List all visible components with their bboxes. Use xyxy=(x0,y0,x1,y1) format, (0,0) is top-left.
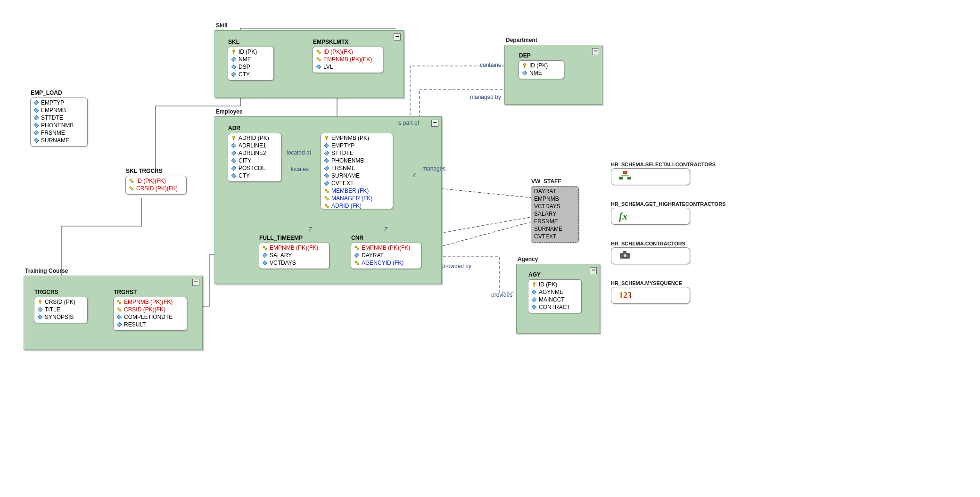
column-label: ID (PK) xyxy=(539,281,557,288)
schema-object-title: HR_SCHEMA.MYSEQUENCE xyxy=(611,280,690,286)
column-label: FRSNME xyxy=(41,130,65,136)
column-label: RESULT xyxy=(124,321,146,328)
schema-object-sequence[interactable]: HR_SCHEMA.MYSEQUENCE 123 xyxy=(611,280,690,304)
collapse-icon[interactable]: − xyxy=(592,48,599,55)
column-label: SURNAME xyxy=(41,137,69,144)
column: EMPNMB (PK)(FK) xyxy=(262,244,326,252)
column-label: EMPNMB xyxy=(534,196,559,202)
entity-trghst[interactable]: TRGHST EMPNMB (PK)(FK)CRSID (PK)(FK)COMP… xyxy=(113,297,187,331)
column-icon xyxy=(37,314,43,320)
entity-columns: DAYRATEMPNMBVCTDAYSSALARYFRSNMESURNAMECV… xyxy=(531,187,578,242)
fk-icon xyxy=(116,299,122,305)
svg-point-39 xyxy=(325,204,327,206)
collapse-icon[interactable]: − xyxy=(431,120,438,127)
schema-object-title: HR_SCHEMA.CONTRACTORS xyxy=(611,241,690,246)
column-icon xyxy=(531,297,537,302)
column-icon xyxy=(116,314,122,320)
column-label: CRSID (PK)(FK) xyxy=(124,306,165,313)
column-label: EMPNMB (PK)(FK) xyxy=(323,56,372,63)
column-label: AGENCYID (FK) xyxy=(362,260,404,266)
svg-point-54 xyxy=(117,300,119,302)
column-label: ADRID (FK) xyxy=(331,203,362,209)
fk-icon xyxy=(324,203,329,209)
entity-dep[interactable]: DEP ID (PK)NME xyxy=(519,60,564,79)
column-label: MEMBER (FK) xyxy=(331,187,369,194)
column-icon xyxy=(324,173,329,179)
column-icon xyxy=(231,173,237,179)
column: SURNAME xyxy=(33,137,84,144)
entity-title: EMPSKLMTX xyxy=(313,39,348,45)
column-label: SURNAME xyxy=(331,172,360,179)
svg-point-45 xyxy=(355,246,357,248)
collapse-icon[interactable]: − xyxy=(590,267,597,274)
column-label: ID (PK) xyxy=(529,62,548,69)
column-label: ADRID (PK) xyxy=(239,135,269,141)
entity-trgcrs[interactable]: TRGCRS CRSID (PK)TITLESYNOPSIS xyxy=(34,297,88,323)
schema-object-function[interactable]: HR_SCHEMA.GET_HIGHRATECONTRACTORS fx xyxy=(611,201,725,225)
column-icon xyxy=(531,304,537,310)
entity-cnr[interactable]: CNR EMPNMB (PK)(FK)DAYRATAGENCYID (FK) xyxy=(351,243,421,269)
column-icon xyxy=(231,150,237,156)
svg-point-42 xyxy=(265,248,267,250)
column-label: EMPNMB (PK)(FK) xyxy=(362,244,410,251)
entity-columns: ID (PK)NMEDSPCTY xyxy=(228,47,273,80)
entity-columns: EMPNMB (PK)EMPTYPSTTDTEPHONENMBFRSNMESUR… xyxy=(321,133,393,209)
schema-object-procedure[interactable]: HR_SCHEMA.SELECTALLCONTRACTORS xyxy=(611,162,716,185)
svg-rect-61 xyxy=(524,65,525,68)
svg-marker-15 xyxy=(316,65,321,69)
fk-icon xyxy=(324,188,329,194)
column: CTY xyxy=(231,71,271,78)
column-label: VCTDAYS xyxy=(270,260,296,266)
entity-agy[interactable]: AGY ID (PK)AGYNMEMAINCCTCONTRACT xyxy=(528,279,582,313)
fk-icon xyxy=(316,49,321,55)
entity-skl-trgcrs[interactable]: SKL TRGCRS ID (PK)(FK)CRSID (PK)(FK) xyxy=(125,176,187,195)
column-label: MANAGER (FK) xyxy=(331,195,372,202)
entity-emp[interactable]: EMP EMPNMB (PK)EMPTYPSTTDTEPHONENMBFRSNM… xyxy=(321,133,393,209)
column-icon xyxy=(231,158,237,163)
svg-marker-34 xyxy=(324,181,329,186)
column: PHONENMB xyxy=(324,157,390,164)
column-icon xyxy=(231,165,237,171)
column: ADRID (PK) xyxy=(231,134,278,142)
column: CRSID (PK) xyxy=(37,298,84,306)
svg-point-46 xyxy=(357,248,359,250)
svg-marker-66 xyxy=(532,297,536,302)
collapse-icon[interactable]: − xyxy=(394,33,401,41)
entity-vw-staff[interactable]: VW_STAFF DAYRATEMPNMBVCTDAYSSALARYFRSNME… xyxy=(531,186,579,243)
svg-marker-52 xyxy=(38,307,42,312)
fk-icon xyxy=(316,57,321,62)
column: STTDTE xyxy=(33,114,84,122)
collapse-icon[interactable]: − xyxy=(192,279,199,286)
column: COMPLETIONDTE xyxy=(116,313,184,321)
column: SALARY xyxy=(534,210,576,218)
svg-point-6 xyxy=(233,50,235,52)
entity-columns: CRSID (PK)TITLESYNOPSIS xyxy=(34,297,87,323)
column: MEMBER (FK) xyxy=(324,187,390,195)
entity-columns: ID (PK)NME xyxy=(519,61,564,79)
schema-object-view[interactable]: HR_SCHEMA.CONTRACTORS xyxy=(611,241,690,264)
entity-emp-load[interactable]: EMP_LOAD EMPTYPEMPNMBSTTDTEPHONENMBFRSNM… xyxy=(30,98,88,147)
svg-point-16 xyxy=(130,179,132,181)
erd-canvas[interactable]: EMP_LOAD EMPTYPEMPNMBSTTDTEPHONENMBFRSNM… xyxy=(0,0,726,367)
svg-point-74 xyxy=(623,254,627,258)
column-label: CITY xyxy=(239,157,251,164)
entity-skl[interactable]: SKL ID (PK)NMEDSPCTY xyxy=(228,47,274,81)
svg-rect-28 xyxy=(326,138,327,140)
pk-icon xyxy=(531,282,537,287)
svg-marker-25 xyxy=(231,166,236,171)
column-label: SURNAME xyxy=(534,226,562,232)
column-label: EMPNMB (PK) xyxy=(331,135,369,141)
column: DSP xyxy=(231,63,271,71)
entity-title: ADR xyxy=(228,125,240,131)
entity-adr[interactable]: ADR ADRID (PK)ADRLINE1ADRLINE2CITYPOSTCD… xyxy=(228,133,281,182)
column: VCTDAYS xyxy=(534,203,576,210)
entity-full-timeemp[interactable]: FULL_TIMEEMP EMPNMB (PK)(FK)SALARYVCTDAY… xyxy=(259,243,329,269)
column: EMPNMB (PK)(FK) xyxy=(116,298,184,306)
svg-marker-3 xyxy=(34,123,39,128)
column-label: EMPNMB (PK)(FK) xyxy=(270,244,318,251)
column-label: ADRLINE1 xyxy=(239,142,266,149)
entity-empsklmtx[interactable]: EMPSKLMTX ID (PK)(FK)EMPNMB (PK)(FK)LVL xyxy=(313,47,383,73)
entity-columns: ADRID (PK)ADRLINE1ADRLINE2CITYPOSTCDECTY xyxy=(228,133,281,181)
entity-title: AGY xyxy=(528,271,541,278)
column-label: CVTEXT xyxy=(534,233,556,240)
